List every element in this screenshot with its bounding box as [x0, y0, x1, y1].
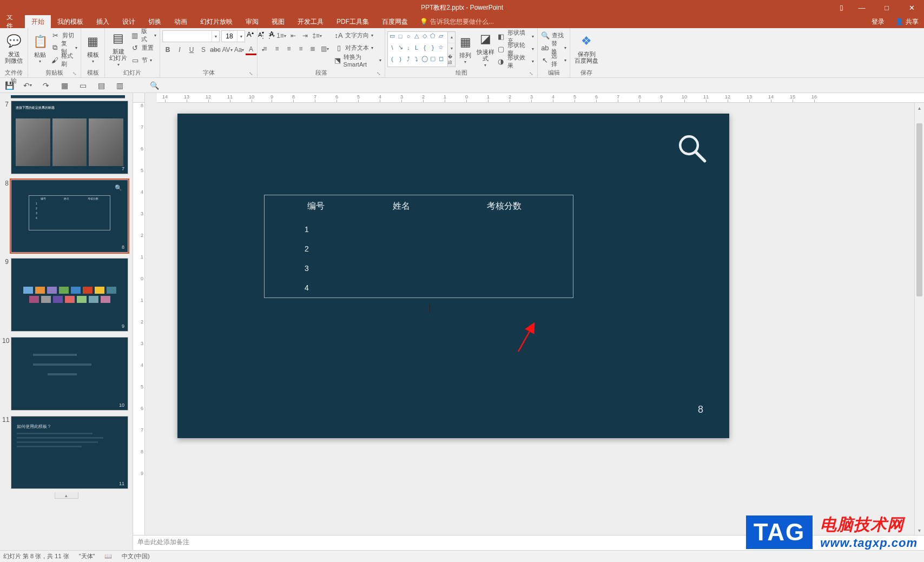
- section-button[interactable]: ▭节▾: [130, 54, 157, 66]
- shape-option[interactable]: ▭: [388, 32, 396, 40]
- bullets-button[interactable]: ⋮⋮▾: [260, 30, 275, 41]
- font-name-input[interactable]: [163, 31, 212, 42]
- format-painter-button[interactable]: 格式刷: [50, 54, 78, 66]
- font-color-button[interactable]: A: [246, 44, 256, 55]
- shape-option[interactable]: }: [429, 44, 437, 51]
- tell-me-search[interactable]: 💡 告诉我您想要做什么...: [420, 15, 494, 28]
- tab-file[interactable]: 文件: [0, 15, 25, 28]
- shape-option[interactable]: ◯: [421, 55, 428, 63]
- thumbnail-slide-10[interactable]: 10 10: [0, 335, 133, 414]
- paragraph-launcher[interactable]: ⤡: [375, 70, 382, 77]
- gallery-more-button[interactable]: �線: [448, 55, 455, 66]
- shape-option[interactable]: {: [421, 44, 428, 51]
- shape-option[interactable]: □: [397, 32, 404, 40]
- shape-effects-button[interactable]: ◑形状效果▾: [496, 56, 535, 68]
- gallery-down-button[interactable]: ▾: [448, 43, 455, 55]
- columns-button[interactable]: ▥▾: [319, 43, 330, 54]
- shape-option[interactable]: (: [388, 55, 396, 63]
- new-slide-button[interactable]: ▤ 新建 幻灯片 ▾: [107, 29, 130, 67]
- slide-8[interactable]: 编号 姓名 考核分数 1 2 3 4 8: [177, 114, 729, 438]
- table-header-name[interactable]: 姓名: [367, 195, 435, 220]
- scroll-up-button[interactable]: ▴: [915, 103, 924, 113]
- start-from-beginning-button[interactable]: ▥: [115, 81, 124, 90]
- shape-option[interactable]: ⤴: [405, 55, 412, 63]
- close-button[interactable]: ✕: [899, 0, 924, 15]
- gallery-up-button[interactable]: ▴: [448, 32, 455, 43]
- char-spacing-button[interactable]: AV▾: [222, 44, 233, 55]
- vertical-ruler[interactable]: 9876543210123456789: [133, 103, 145, 535]
- tab-developer[interactable]: 开发工具: [291, 15, 330, 28]
- strike-button[interactable]: abc: [210, 44, 221, 55]
- shape-option[interactable]: \: [388, 44, 396, 51]
- underline-button[interactable]: U: [186, 44, 197, 55]
- dropdown-icon[interactable]: ▾: [212, 31, 219, 42]
- thumbnail-slide-7[interactable]: 7 连接下面的处定效果的标题 7: [0, 98, 133, 177]
- vertical-scrollbar[interactable]: ▴ ▾: [914, 103, 924, 535]
- increase-font-button[interactable]: A▴: [247, 30, 256, 42]
- numbering-button[interactable]: 1≡▾: [276, 30, 287, 41]
- language-button[interactable]: 中文(中国): [122, 552, 149, 560]
- text-direction-button[interactable]: ↕A文字方向▾: [333, 29, 382, 41]
- shadow-button[interactable]: S: [198, 44, 209, 55]
- slide-counter[interactable]: 幻灯片 第 8 张，共 11 张: [3, 552, 69, 560]
- tab-baidu[interactable]: 百度网盘: [375, 15, 414, 28]
- reset-button[interactable]: ↺重置: [130, 42, 157, 54]
- horizontal-ruler[interactable]: 1615141312111098765432101234567891011121…: [157, 93, 924, 103]
- bold-button[interactable]: B: [162, 44, 173, 55]
- tab-review[interactable]: 审阅: [239, 15, 265, 28]
- shape-option[interactable]: ↘: [397, 44, 404, 51]
- shape-option[interactable]: ↓: [405, 44, 412, 51]
- align-text-button[interactable]: ▯对齐文本▾: [333, 42, 382, 54]
- tab-transitions[interactable]: 切换: [142, 15, 168, 28]
- shape-option[interactable]: ○: [405, 32, 412, 40]
- justify-button[interactable]: ≡: [295, 43, 306, 54]
- shape-option[interactable]: △: [413, 32, 420, 40]
- tab-view[interactable]: 视图: [265, 15, 291, 28]
- undo-button[interactable]: ↶▾: [23, 81, 32, 90]
- table-header-score[interactable]: 考核分数: [435, 195, 573, 220]
- shape-option[interactable]: ☆: [437, 44, 445, 51]
- thumbnail-slide-9[interactable]: 9 9: [0, 256, 133, 335]
- clipboard-launcher[interactable]: ⤡: [71, 70, 78, 77]
- scrollbar-thumb[interactable]: [916, 123, 922, 296]
- shape-option[interactable]: ◻: [437, 55, 445, 63]
- redo-button[interactable]: ↷: [41, 81, 51, 90]
- slide-canvas[interactable]: 编号 姓名 考核分数 1 2 3 4 8: [145, 103, 924, 535]
- font-size-input[interactable]: [222, 31, 237, 42]
- slide-table[interactable]: 编号 姓名 考核分数 1 2 3 4: [264, 195, 573, 298]
- quick-styles-button[interactable]: ◪ 快速样式▾: [475, 30, 496, 68]
- shape-option[interactable]: ⤵: [413, 55, 420, 63]
- share-button[interactable]: 👤共享: [890, 17, 924, 27]
- arrange-button[interactable]: ▦ 排列▾: [456, 30, 475, 68]
- tab-slideshow[interactable]: 幻灯片放映: [194, 15, 239, 28]
- paste-button[interactable]: 📋 粘贴 ▾: [30, 29, 50, 67]
- distribute-button[interactable]: ≣: [307, 43, 318, 54]
- thumbnail-slide-11[interactable]: 11 如何使用此模板？ 11: [0, 414, 133, 493]
- save-to-baidu-button[interactable]: ❖ 保存到 百度网盘: [572, 29, 600, 67]
- template-button[interactable]: ▦ 模板 ▾: [83, 29, 102, 67]
- font-name-combo[interactable]: ▾: [162, 30, 220, 42]
- convert-smartart-button[interactable]: ⬔转换为 SmartArt▾: [333, 54, 382, 66]
- align-center-button[interactable]: ≡: [272, 43, 282, 54]
- thumbnail-slide-8[interactable]: 8 🔍 编号姓名考核分数 1234 8: [0, 177, 133, 256]
- qat-icon-1[interactable]: ▦: [60, 81, 69, 90]
- tab-my-templates[interactable]: 我的模板: [51, 15, 90, 28]
- shapes-gallery[interactable]: ▭□○△◇⬠▱\↘↓L{}☆()⤴⤵◯▢◻ ▴ ▾ �線: [387, 31, 456, 67]
- qat-icon-3[interactable]: ▤: [96, 81, 106, 90]
- tab-pdf[interactable]: PDF工具集: [330, 15, 375, 28]
- align-left-button[interactable]: ≡: [260, 43, 270, 54]
- decrease-indent-button[interactable]: ⇤: [288, 30, 299, 41]
- maximize-button[interactable]: □: [874, 0, 899, 15]
- dropdown-icon[interactable]: ▾: [237, 31, 245, 42]
- font-size-combo[interactable]: ▾: [221, 30, 245, 42]
- shape-option[interactable]: L: [413, 44, 420, 51]
- layout-button[interactable]: ▥版式▾: [130, 29, 157, 41]
- change-case-button[interactable]: Aa▾: [234, 44, 245, 55]
- italic-button[interactable]: I: [174, 44, 185, 55]
- slide-thumbnails-panel[interactable]: 7 连接下面的处定效果的标题 7 8 🔍 编号姓名考核分数 1234 8: [0, 93, 133, 550]
- qat-icon-2[interactable]: ▭: [78, 81, 88, 90]
- select-button[interactable]: ↖选择▾: [540, 54, 567, 66]
- shape-option[interactable]: ⬠: [429, 32, 437, 40]
- minimize-button[interactable]: —: [849, 0, 874, 15]
- send-to-wechat-button[interactable]: 💬 发送 到微信: [2, 29, 25, 67]
